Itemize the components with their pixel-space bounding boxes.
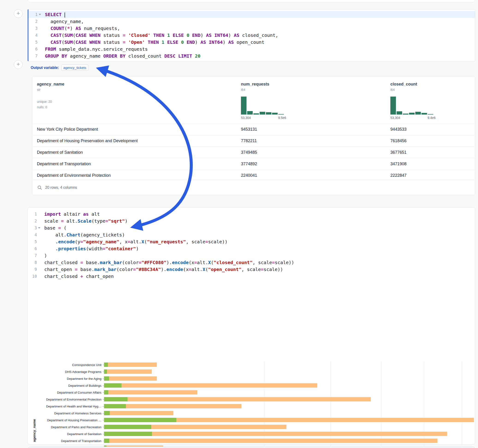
table-cell: Department of Transportation	[32, 162, 241, 166]
output-variable-pill[interactable]: agency_tickets	[61, 64, 88, 71]
code-token: INT64	[214, 32, 228, 38]
code-token: 0	[187, 32, 189, 38]
code-token: DESC	[164, 53, 176, 59]
code-token: =	[127, 239, 130, 244]
code-token	[145, 39, 148, 45]
add-cell-button-output[interactable]: +	[14, 60, 23, 69]
bar-open-count	[104, 397, 127, 401]
code-line[interactable]: 4 CAST(SUM(CASE WHEN status = 'Closed' T…	[28, 32, 475, 39]
code-token: SELECT	[45, 12, 62, 17]
search-icon[interactable]	[37, 185, 42, 190]
code-token: =	[123, 32, 126, 38]
code-line[interactable]: 6FROM sample_data.nyc.service_requests	[28, 46, 475, 53]
altair-chart: agency_name Correspondence UnitDHS Advan…	[28, 283, 475, 444]
text-cursor	[65, 12, 65, 18]
row-count-label: 20 rows, 4 columns	[45, 186, 77, 190]
code-token	[184, 39, 187, 45]
code-token: =	[61, 218, 64, 224]
code-line[interactable]: 2scale = alt.Scale(type="sqrt")	[28, 218, 475, 224]
table-cell: 7618456	[390, 138, 475, 143]
gutter-spacer	[38, 46, 42, 53]
code-line[interactable]: 7GROUP BY agency_name ORDER BY closed_co…	[28, 53, 475, 59]
code-token: SUM	[64, 39, 73, 45]
histogram-bar	[260, 112, 265, 115]
code-token: =	[81, 260, 83, 265]
code-token: mark_bar	[94, 267, 116, 272]
code-token: mark_bar	[100, 260, 122, 265]
column-header-agency-name[interactable]: agency_name str unique: 20 nulls: 0	[37, 82, 64, 110]
code-token: Scale	[78, 218, 92, 224]
code-token	[126, 32, 128, 38]
code-line[interactable]: 8chart_closed = base.mark_bar(color="#FF…	[28, 259, 475, 266]
code-line[interactable]: 9chart_open = base.mark_bar(color="#8BC3…	[28, 266, 475, 273]
code-line[interactable]: 5 CAST(SUM(CASE WHEN status = 'Open' THE…	[28, 39, 475, 46]
code-token	[45, 25, 50, 31]
code-line[interactable]: 2 agency_name,	[28, 18, 475, 25]
code-token: , x	[119, 239, 127, 244]
code-line[interactable]: 3base = (	[28, 224, 475, 231]
code-token	[45, 39, 50, 45]
code-token: AS	[206, 32, 212, 38]
table-cell: 2240041	[241, 173, 390, 178]
sql-code-area[interactable]: 1SELECT 2 agency_name,3 COUNT(*) AS num_…	[28, 11, 475, 59]
code-token: scale))	[264, 267, 283, 272]
code-token: CASE	[75, 39, 87, 45]
y-axis-label: Correspondence Unit	[28, 361, 104, 368]
python-chart-cell[interactable]: 1import altair as alt2scale = alt.Scale(…	[27, 207, 475, 445]
code-token: scale))	[275, 260, 294, 265]
table-row: New York City Police Department945313194…	[32, 124, 475, 135]
code-token: AS	[234, 32, 239, 38]
code-line[interactable]: 6 .properties(width="container")	[28, 245, 475, 252]
line-number: 5	[28, 238, 37, 245]
table-cell: 9453131	[241, 127, 390, 132]
code-line[interactable]: 7)	[28, 252, 475, 259]
line-number: 3	[28, 25, 38, 32]
line-number: 9	[28, 266, 37, 273]
code-token	[170, 32, 173, 38]
code-token: (	[211, 260, 214, 265]
code-token: CASE	[75, 32, 87, 38]
table-body: New York City Police Department945313194…	[32, 124, 475, 181]
code-line[interactable]: 4 alt.Chart(agency_tickets)	[28, 231, 475, 238]
y-axis-label: Department of Housing Preservation …	[28, 417, 104, 423]
sql-editor-cell[interactable]: 1SELECT 2 agency_name,3 COUNT(*) AS num_…	[28, 9, 475, 61]
code-token: =	[189, 267, 191, 272]
code-token: (	[205, 267, 208, 272]
column-header-num-requests[interactable]: num_requests i64 53,304 9.5e6	[241, 82, 269, 92]
fold-chevron-icon[interactable]	[37, 224, 42, 231]
line-number: 4	[28, 32, 38, 39]
bar-closed-count	[104, 411, 173, 415]
code-line[interactable]: 1SELECT	[28, 11, 475, 18]
code-token: as	[83, 211, 89, 217]
code-token	[176, 53, 178, 59]
y-axis-label: Department of Environmental Protection	[28, 396, 104, 403]
code-line[interactable]: 3 COUNT(*) AS num_requests,	[28, 25, 475, 32]
gutter-spacer	[38, 18, 42, 25]
bar-open-count	[104, 418, 176, 422]
column-header-closed-count[interactable]: closed_count i64 53,304 9.4e6	[390, 82, 417, 92]
code-line[interactable]: 1import altair as alt	[28, 211, 475, 218]
table-cell: 3774892	[241, 162, 390, 166]
line-number: 4	[28, 231, 37, 238]
code-token: encode	[172, 260, 189, 265]
y-axis-label: Department for the Aging	[28, 375, 104, 382]
code-line[interactable]: 10chart_closed + chart_open	[28, 273, 475, 280]
code-token: =	[138, 260, 141, 265]
python-code-area[interactable]: 1import altair as alt2scale = alt.Scale(…	[28, 207, 475, 280]
code-token: (x	[183, 267, 189, 272]
code-token: )	[125, 218, 127, 224]
code-token	[62, 12, 64, 17]
add-cell-button-top[interactable]: +	[14, 9, 23, 18]
fold-chevron-icon[interactable]	[38, 11, 42, 18]
code-token: base	[44, 225, 58, 231]
code-token: =	[58, 225, 61, 231]
code-token: =	[81, 239, 83, 244]
code-line[interactable]: 5 .encode(y="agency_name", x=alt.X("num_…	[28, 238, 475, 245]
code-token: base.	[83, 260, 100, 265]
bar-closed-count	[104, 376, 157, 381]
code-token: .encode	[55, 239, 75, 244]
table-cell: Department of Environmental Protection	[32, 173, 241, 178]
code-token	[184, 32, 187, 38]
query-results-table: agency_name str unique: 20 nulls: 0 num_…	[32, 76, 475, 195]
code-token: "sqrt"	[108, 218, 125, 224]
